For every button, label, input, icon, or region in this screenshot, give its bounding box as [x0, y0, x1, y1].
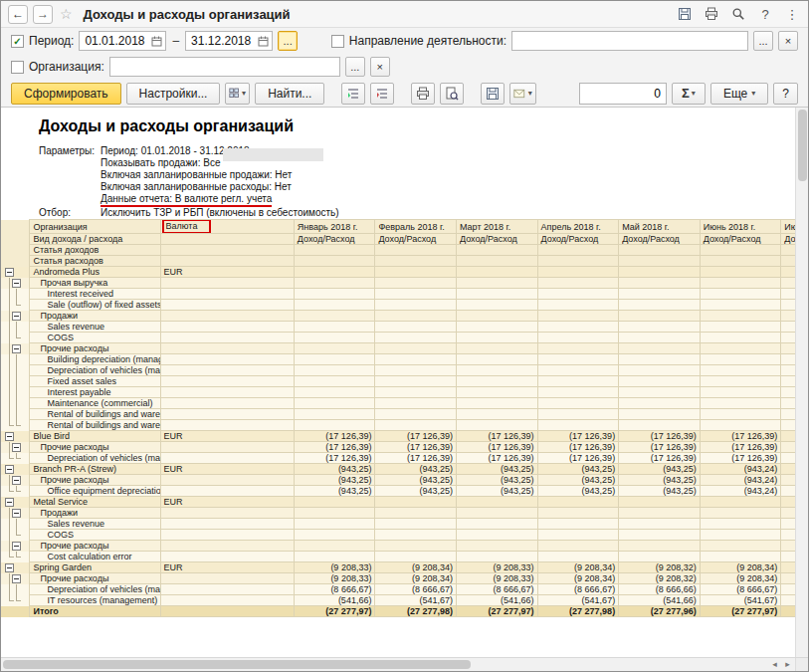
value-cell[interactable] [294, 552, 375, 562]
value-cell[interactable] [781, 365, 795, 376]
value-cell[interactable] [456, 322, 537, 333]
value-cell[interactable] [700, 519, 781, 530]
value-cell[interactable]: (17 126,39) [537, 442, 619, 453]
value-cell[interactable] [537, 343, 619, 354]
value-cell[interactable]: (27 277,96) [619, 606, 701, 617]
back-button[interactable]: ← [8, 5, 28, 24]
value-cell[interactable] [375, 289, 457, 300]
value-cell[interactable] [700, 508, 781, 519]
month-header-cell[interactable]: Январь 2018 г. [294, 220, 375, 234]
value-cell[interactable]: (17 126,39) [781, 442, 795, 453]
value-cell[interactable]: (9 208,34) [537, 562, 619, 573]
row-label-cell[interactable]: IT resources (management) [30, 595, 160, 606]
value-cell[interactable] [537, 300, 619, 311]
value-cell[interactable] [456, 300, 537, 311]
value-cell[interactable] [537, 278, 619, 289]
collapse-group-icon[interactable] [5, 268, 14, 277]
value-cell[interactable] [456, 333, 537, 343]
find-button[interactable]: Найти... [255, 83, 324, 105]
value-cell[interactable]: (943,25) [537, 475, 619, 486]
expand-groups-icon[interactable] [341, 83, 365, 105]
send-email-icon[interactable]: ▾ [509, 83, 535, 105]
value-cell[interactable] [537, 541, 619, 552]
value-cell[interactable]: (541,67) [700, 595, 781, 606]
value-cell[interactable] [375, 365, 457, 376]
value-cell[interactable]: (541,66) [781, 595, 795, 606]
value-cell[interactable] [375, 387, 457, 398]
value-cell[interactable] [619, 420, 701, 431]
direction-chooser-button[interactable]: ... [753, 31, 773, 51]
value-cell[interactable] [456, 376, 537, 387]
row-label-cell[interactable]: Прочая выручка [30, 278, 160, 289]
collapse-group-icon[interactable] [5, 465, 14, 474]
currency-cell[interactable] [160, 289, 294, 300]
value-cell[interactable]: (17 126,39) [537, 453, 619, 464]
currency-cell[interactable] [160, 409, 294, 420]
currency-cell[interactable] [160, 376, 294, 387]
value-cell[interactable]: (9 208,34) [375, 562, 457, 573]
value-cell[interactable]: (17 126,39) [700, 453, 781, 464]
value-cell[interactable] [700, 398, 781, 409]
value-cell[interactable] [700, 343, 781, 354]
value-cell[interactable] [619, 398, 701, 409]
org-header-cell[interactable]: Организация [30, 220, 160, 234]
save-icon[interactable] [676, 5, 694, 23]
value-cell[interactable]: (943,25) [456, 475, 537, 486]
row-label-cell[interactable]: Fixed asset sales [30, 376, 160, 387]
value-cell[interactable] [456, 409, 537, 420]
currency-cell[interactable] [160, 343, 294, 354]
horizontal-scrollbar-thumb[interactable] [3, 660, 471, 669]
value-cell[interactable]: (27 277,98) [537, 606, 619, 617]
currency-cell[interactable] [160, 300, 294, 311]
value-cell[interactable]: (943,25) [294, 464, 375, 475]
direction-checkbox[interactable] [331, 35, 344, 48]
value-cell[interactable] [294, 343, 375, 354]
currency-header-cell[interactable]: Валюта [160, 220, 294, 234]
value-cell[interactable]: (943,25) [619, 475, 701, 486]
value-cell[interactable]: (943,25) [375, 486, 457, 497]
row-label-cell[interactable]: Sales revenue [30, 519, 160, 530]
currency-cell[interactable] [160, 322, 294, 333]
value-cell[interactable]: (943,25) [294, 475, 375, 486]
value-cell[interactable] [781, 508, 795, 519]
value-cell[interactable] [619, 387, 701, 398]
value-cell[interactable] [294, 278, 375, 289]
value-cell[interactable] [375, 398, 457, 409]
row-label-cell[interactable]: Продажи [30, 508, 160, 519]
currency-cell[interactable]: EUR [160, 267, 294, 278]
value-cell[interactable]: (9 208,33) [456, 562, 537, 573]
value-cell[interactable] [537, 497, 619, 508]
row-label-cell[interactable]: Interest received [30, 289, 160, 300]
row-label-cell[interactable]: Прочие расходы [30, 573, 160, 584]
value-cell[interactable] [294, 300, 375, 311]
value-cell[interactable]: (8 666,67) [456, 584, 537, 595]
settings-button[interactable]: Настройки... [126, 83, 221, 105]
value-cell[interactable]: (9 208,34) [700, 573, 781, 584]
value-cell[interactable]: (943,25) [619, 486, 701, 497]
value-cell[interactable] [781, 376, 795, 387]
value-cell[interactable] [456, 278, 537, 289]
value-cell[interactable] [294, 530, 375, 541]
currency-cell[interactable] [160, 475, 294, 486]
value-cell[interactable]: (541,66) [619, 595, 701, 606]
value-cell[interactable]: (943,25) [619, 464, 701, 475]
month-header-cell[interactable]: Май 2018 г. [619, 220, 701, 234]
row-header-cell[interactable]: Статья расходов [30, 256, 160, 267]
subheader-cell[interactable] [700, 245, 781, 256]
value-cell[interactable] [456, 530, 537, 541]
value-cell[interactable]: (9 208,34) [700, 562, 781, 573]
subheader-cell[interactable] [781, 256, 795, 267]
value-cell[interactable] [537, 398, 619, 409]
value-cell[interactable]: (943,25) [294, 486, 375, 497]
currency-cell[interactable] [160, 519, 294, 530]
collapse-groups-icon[interactable] [370, 83, 394, 105]
subheader-cell[interactable] [700, 256, 781, 267]
value-cell[interactable] [294, 398, 375, 409]
subheader-cell[interactable]: Доход/Расход [700, 234, 781, 245]
value-cell[interactable]: (27 277,97) [294, 606, 375, 617]
value-cell[interactable]: (8 666,67) [375, 584, 457, 595]
value-cell[interactable] [375, 354, 457, 365]
value-cell[interactable] [700, 300, 781, 311]
value-cell[interactable] [537, 530, 619, 541]
value-cell[interactable]: (541,66) [456, 595, 537, 606]
